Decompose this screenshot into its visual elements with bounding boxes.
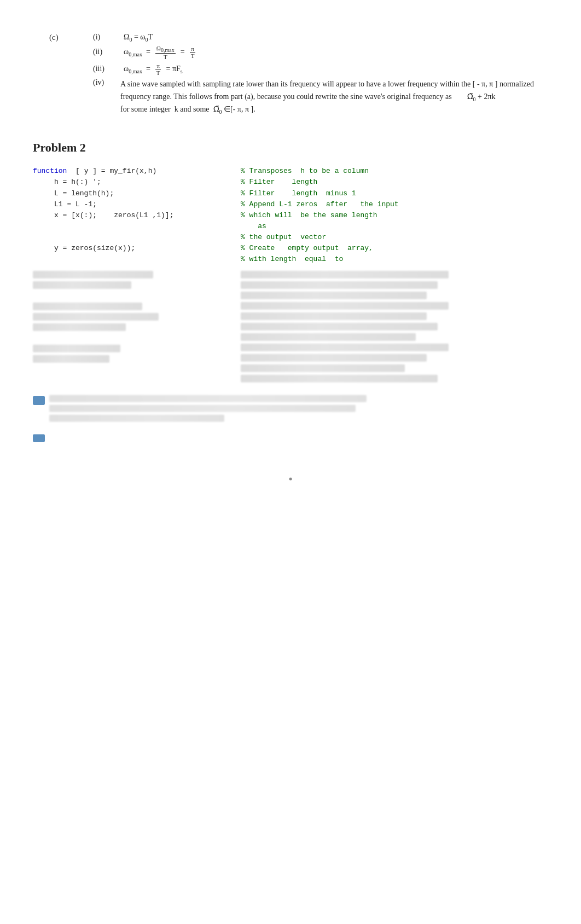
blurred-code-section (33, 271, 548, 385)
blurred-right-11 (241, 375, 438, 382)
roman-iii: (iii) (93, 65, 120, 73)
comment-with-length: % with length equal to (241, 255, 343, 263)
part-c-section: (c) (i) Ω0 = ω0T (ii) ω0,max = Ω0,max (49, 33, 548, 119)
keyword-function: function (33, 167, 67, 175)
frac-omega-max: Ω0,max T (155, 45, 176, 60)
sub-item-ii: (ii) ω0,max = Ω0,max T = π T (93, 45, 548, 60)
math-ii: ω0,max = Ω0,max T = π T (124, 45, 196, 60)
blurred-line-6 (33, 345, 120, 352)
blurred-para-lines (49, 395, 548, 425)
blurred-para-3 (49, 415, 224, 422)
blurred-line-2 (33, 281, 131, 289)
blurred-right-4 (241, 302, 449, 310)
comment-output-vector: % the output vector (241, 233, 326, 241)
blurred-right-7 (241, 333, 416, 341)
code-section: function [ y ] = my_fir(x,h) h = h(:) ';… (33, 166, 548, 265)
blurred-right-2 (241, 281, 438, 289)
comment-filter-length: % Filter length (241, 178, 317, 186)
comment-as: as (241, 222, 266, 230)
blurred-right-9 (241, 354, 427, 362)
blurred-right-6 (241, 323, 438, 330)
blurred-right-1 (241, 271, 449, 278)
problem2-heading: Problem 2 (33, 141, 548, 155)
frac-pi-t: π T (190, 45, 196, 59)
blurred-right-5 (241, 312, 427, 320)
frac-pi-t2: π T (155, 62, 161, 76)
sub-item-iv: (iv) A sine wave sampled with sampling r… (93, 78, 548, 117)
blurred-right-3 (241, 292, 427, 299)
bottom-blurred-section (33, 395, 548, 425)
blurred-line-3 (33, 303, 142, 310)
code-comments: % Transposes h to be a column % Filter l… (241, 166, 399, 265)
blurred-line-1 (33, 271, 153, 278)
blurred-para-2 (49, 405, 356, 412)
roman-i: (i) (93, 33, 120, 42)
page-number-area: ● (33, 475, 548, 483)
blurred-code-right (241, 271, 548, 385)
part-c-letter: (c) (49, 33, 71, 42)
comment-which-will: % which will be the same length (241, 211, 377, 219)
blurred-line-4 (33, 313, 159, 321)
sub-item-iii: (iii) ω0,max = π T = πFs (93, 62, 548, 76)
bottom-blue-rect-section (33, 433, 548, 442)
math-iii: ω0,max = π T = πFs (124, 62, 183, 76)
page-indicator: ● (288, 475, 292, 483)
blurred-code-left (33, 271, 241, 365)
blue-rect-bottom (33, 434, 45, 442)
iv-text: A sine wave sampled with sampling rate l… (120, 78, 548, 117)
comment-filter-length-minus1: % Filter length minus 1 (241, 189, 356, 197)
blurred-line-5 (33, 323, 126, 331)
comment-create-empty: % Create empty output array, (241, 244, 373, 252)
roman-iv: (iv) (93, 78, 120, 87)
math-i: Ω0 = ω0T (124, 33, 153, 43)
roman-ii: (ii) (93, 48, 120, 56)
blurred-para-1 (49, 395, 367, 402)
blurred-right-8 (241, 344, 449, 351)
comment-append-zeros: % Append L-1 zeros after the input (241, 200, 399, 208)
code-left: function [ y ] = my_fir(x,h) h = h(:) ';… (33, 166, 241, 254)
part-c-label: (c) (i) Ω0 = ω0T (ii) ω0,max = Ω0,max (49, 33, 548, 119)
page-content: (c) (i) Ω0 = ω0T (ii) ω0,max = Ω0,max (33, 33, 548, 483)
blurred-right-10 (241, 364, 405, 372)
sub-item-i: (i) Ω0 = ω0T (93, 33, 548, 43)
blue-rect-indicator (33, 396, 45, 405)
comment-transposes: % Transposes h to be a column (241, 167, 369, 175)
blurred-line-7 (33, 355, 109, 363)
sub-items-list: (i) Ω0 = ω0T (ii) ω0,max = Ω0,max T (93, 33, 548, 119)
